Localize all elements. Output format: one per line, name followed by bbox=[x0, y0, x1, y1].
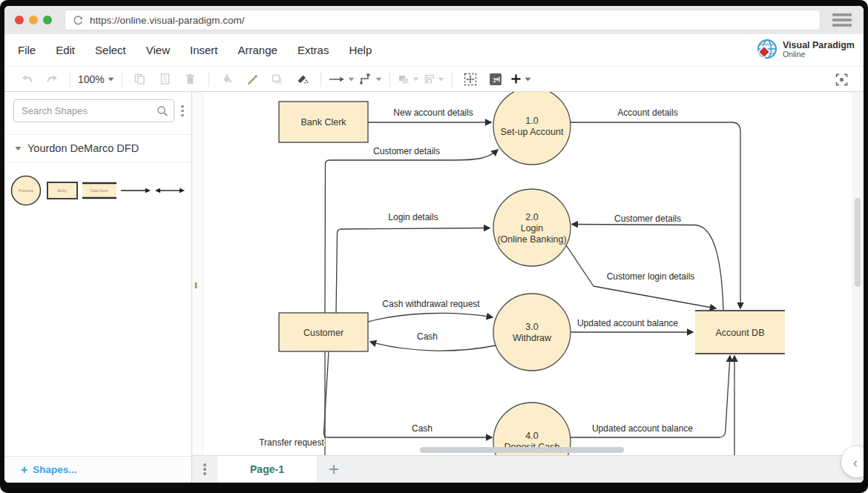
add-page-button[interactable]: + bbox=[318, 456, 350, 483]
app-menubar: File Edit Select View Insert Arrange Ext… bbox=[4, 34, 864, 67]
flow-cash-to-deposit[interactable] bbox=[324, 351, 493, 437]
trash-icon bbox=[185, 73, 196, 85]
browser-window: https://online.visual-paradigm.com/ File… bbox=[4, 6, 864, 483]
window-controls bbox=[15, 16, 52, 24]
menu-insert[interactable]: Insert bbox=[190, 44, 218, 56]
maximize-window-button[interactable] bbox=[43, 16, 52, 24]
diagram-canvas-area[interactable]: New account detailsCustomer detailsAccou… bbox=[192, 92, 864, 455]
caret-down-icon bbox=[525, 77, 531, 82]
undo-button[interactable] bbox=[15, 70, 39, 89]
node-label: 1.0 bbox=[525, 116, 538, 126]
fill-bucket-icon bbox=[221, 73, 233, 85]
layers-icon bbox=[398, 74, 410, 85]
undo-icon bbox=[21, 74, 33, 84]
search-icon bbox=[157, 105, 168, 120]
node-label: Set-up Account bbox=[501, 127, 564, 137]
shapes-sidebar: Yourdon DeMarco DFD Process Entity bbox=[4, 92, 192, 483]
plus-icon bbox=[510, 73, 522, 85]
minimize-window-button[interactable] bbox=[29, 16, 38, 24]
tab-page-1[interactable]: Page-1 bbox=[217, 456, 318, 483]
vertical-scrollbar[interactable] bbox=[855, 198, 861, 287]
arrow-style-button[interactable] bbox=[327, 70, 356, 89]
menu-file[interactable]: File bbox=[18, 44, 36, 56]
add-shape-button[interactable] bbox=[509, 70, 533, 89]
redo-button[interactable] bbox=[40, 70, 64, 89]
connector-style-button[interactable] bbox=[358, 70, 384, 89]
page-dimension-button[interactable]: 1 bbox=[484, 70, 507, 89]
globe-diamond-icon bbox=[755, 38, 779, 62]
page-options-kebab-icon[interactable] bbox=[192, 456, 217, 483]
node-label: Withdraw bbox=[513, 333, 552, 343]
flow-label-cash-withdrawal-request: Cash withdrawal request bbox=[382, 299, 480, 309]
menu-view[interactable]: View bbox=[146, 44, 170, 56]
horizontal-scrollbar[interactable] bbox=[420, 447, 624, 453]
flow-label-updated-account-balance-deposit: Updated account balance bbox=[592, 423, 693, 434]
flow-cash-to-customer[interactable] bbox=[370, 342, 496, 351]
shadow-icon bbox=[272, 74, 283, 85]
bring-forward-button[interactable] bbox=[396, 70, 421, 89]
menu-arrange[interactable]: Arrange bbox=[238, 44, 277, 56]
caret-down-icon bbox=[108, 77, 114, 82]
palette-dataflow-arrow[interactable] bbox=[120, 186, 151, 195]
node-label: Account DB bbox=[715, 328, 764, 338]
node-label: Customer bbox=[303, 328, 343, 338]
more-shapes-button[interactable]: + Shapes... bbox=[4, 456, 191, 483]
zoom-level-value: 100% bbox=[78, 73, 105, 85]
format-copy-button[interactable] bbox=[154, 70, 177, 89]
fit-selection-button[interactable] bbox=[458, 70, 482, 89]
palette-bidirectional-arrow[interactable] bbox=[154, 186, 185, 195]
flow-customer-details-to-2[interactable] bbox=[572, 225, 723, 311]
node-bank-clerk[interactable]: Bank Clerk bbox=[279, 102, 368, 142]
close-window-button[interactable] bbox=[15, 16, 24, 24]
caret-down-icon bbox=[348, 77, 355, 82]
more-shapes-label: Shapes... bbox=[33, 464, 76, 475]
flow-label-customer-details-to-1: Customer details bbox=[373, 146, 440, 156]
redo-icon bbox=[46, 74, 59, 84]
palette-entity-shape[interactable]: Entity bbox=[46, 180, 79, 201]
node-label: 2.0 bbox=[525, 212, 538, 222]
delete-button[interactable] bbox=[179, 70, 203, 89]
flow-cash-withdrawal-request[interactable] bbox=[368, 313, 493, 322]
dfd-diagram[interactable]: New account detailsCustomer detailsAccou… bbox=[192, 92, 864, 455]
paste-icon bbox=[134, 73, 145, 85]
brush-icon bbox=[297, 73, 309, 85]
format-painter-button[interactable] bbox=[291, 70, 315, 89]
node-process-3[interactable]: 3.0Withdraw bbox=[493, 294, 571, 371]
reload-icon[interactable] bbox=[73, 15, 84, 26]
node-process-2[interactable]: 2.0Login(Online Banking) bbox=[493, 189, 571, 266]
menu-help[interactable]: Help bbox=[349, 44, 372, 56]
sidebar-options-kebab-icon[interactable] bbox=[177, 102, 188, 120]
search-input[interactable] bbox=[13, 99, 174, 122]
fill-color-button[interactable] bbox=[215, 70, 239, 89]
palette-entity-label: Entity bbox=[58, 188, 68, 193]
flow-customer-details-to-1[interactable] bbox=[325, 150, 498, 313]
connector-icon bbox=[359, 73, 372, 85]
arrow-line-icon bbox=[329, 76, 345, 83]
browser-chrome: https://online.visual-paradigm.com/ bbox=[4, 6, 864, 34]
flow-label-account-details: Account details bbox=[617, 107, 677, 118]
paste-button[interactable] bbox=[128, 70, 152, 89]
node-customer[interactable]: Customer bbox=[279, 313, 368, 351]
fullscreen-button[interactable] bbox=[829, 70, 853, 89]
shape-palette: Process Entity Data Store bbox=[4, 162, 191, 219]
panel-resize-handle[interactable]: ‖ bbox=[194, 282, 198, 290]
address-bar[interactable]: https://online.visual-paradigm.com/ bbox=[65, 10, 821, 30]
flow-label-login-details: Login details bbox=[388, 212, 438, 222]
zoom-level-select[interactable]: 100% bbox=[76, 70, 116, 89]
shadow-button[interactable] bbox=[266, 70, 289, 89]
section-header-yourdon-demarco[interactable]: Yourdon DeMarco DFD bbox=[4, 134, 191, 162]
menu-extras[interactable]: Extras bbox=[297, 44, 329, 56]
menu-edit[interactable]: Edit bbox=[56, 44, 75, 56]
menu-select[interactable]: Select bbox=[95, 44, 126, 56]
app-toolbar: 100% bbox=[4, 67, 864, 92]
align-button[interactable] bbox=[422, 70, 446, 89]
section-title: Yourdon DeMarco DFD bbox=[27, 142, 139, 154]
palette-datastore-shape[interactable]: Data Store bbox=[82, 180, 117, 201]
palette-process-shape[interactable]: Process bbox=[9, 173, 43, 208]
node-process-1[interactable]: 1.0Set-up Account bbox=[493, 92, 571, 165]
flow-label-new-account-details: New account details bbox=[393, 107, 473, 118]
chevron-left-icon: ‹ bbox=[853, 455, 858, 469]
line-color-button[interactable] bbox=[240, 70, 264, 89]
browser-menu-icon[interactable] bbox=[832, 13, 852, 27]
node-account-db[interactable]: Account DB bbox=[695, 311, 785, 354]
